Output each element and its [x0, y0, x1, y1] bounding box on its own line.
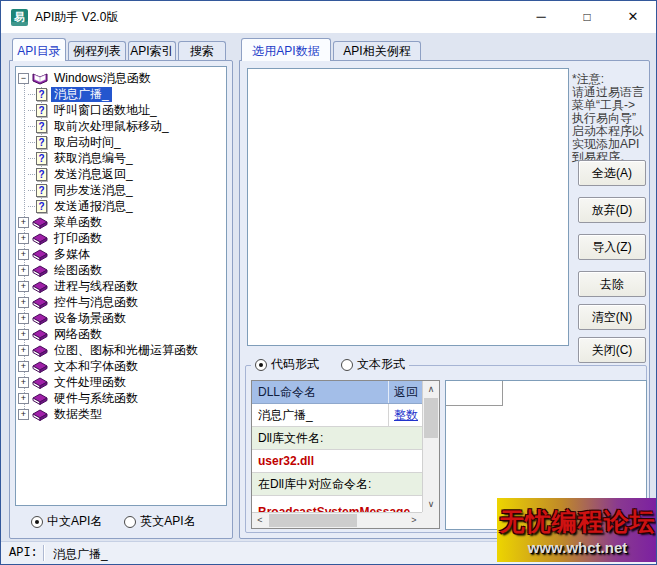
- tree-item[interactable]: + 多媒体: [16, 246, 226, 262]
- radio-text-format[interactable]: 文本形式: [341, 356, 405, 373]
- expand-icon[interactable]: +: [18, 393, 29, 404]
- tree-item[interactable]: ? 取启动时间_: [16, 134, 226, 150]
- col-dll-command-name: DLL命令名: [252, 381, 389, 403]
- question-icon: ?: [36, 104, 47, 117]
- watermark-title: 无忧编程论坛: [500, 505, 656, 538]
- radio-dot-icon: [255, 359, 267, 371]
- tree-item[interactable]: + 硬件与系统函数: [16, 390, 226, 406]
- tree-item[interactable]: + 文本和字体函数: [16, 358, 226, 374]
- scroll-right-icon[interactable]: >: [406, 513, 422, 528]
- expand-icon[interactable]: +: [18, 345, 29, 356]
- discard-button[interactable]: 放弃(D): [578, 197, 646, 223]
- api-tree[interactable]: − Windows消息函数 ? 消息广播_ ? 呼叫窗口函数地址_ ? 取前次处…: [15, 66, 227, 506]
- closed-book-icon: [32, 263, 48, 277]
- close-button[interactable]: ✕: [610, 1, 656, 33]
- radio-english-api-name[interactable]: 英文API名: [124, 513, 195, 530]
- tab-search[interactable]: 搜索: [178, 41, 226, 60]
- tree-item[interactable]: ? 呼叫窗口函数地址_: [16, 102, 226, 118]
- tree-item-label: 位图、图标和光栅运算函数: [51, 343, 201, 358]
- tree-item-label: 获取消息编号_: [51, 151, 136, 166]
- table-row-command[interactable]: 消息广播_ 整数: [252, 404, 422, 427]
- maximize-button[interactable]: □: [564, 1, 610, 33]
- expand-icon[interactable]: +: [18, 217, 29, 228]
- dll-file-label: Dll库文件名:: [252, 430, 323, 447]
- minimize-button[interactable]: ─: [518, 1, 564, 33]
- expand-icon[interactable]: +: [18, 313, 29, 324]
- tree-item-label: 发送通报消息_: [51, 199, 136, 214]
- tree-item-windows-message[interactable]: − Windows消息函数: [16, 70, 226, 86]
- notice-text: *注意: 请通过易语言 菜单“工具-> 执行易向导” 启动本程序以 实现添加AP…: [572, 73, 650, 164]
- vertical-scroll-thumb[interactable]: [424, 398, 438, 438]
- expand-icon[interactable]: +: [18, 361, 29, 372]
- tab-selected-api-data[interactable]: 选用API数据: [241, 38, 331, 61]
- tree-item[interactable]: ? 发送消息返回_: [16, 166, 226, 182]
- radio-dot-icon: [341, 359, 353, 371]
- tree-item[interactable]: + 网络函数: [16, 326, 226, 342]
- tab-example-list[interactable]: 例程列表: [68, 41, 126, 60]
- scroll-up-icon[interactable]: ∧: [423, 381, 439, 397]
- selected-api-listbox[interactable]: [247, 68, 569, 346]
- api-detail-grid: DLL命令名 返回 消息广播_ 整数 Dll库文件名: user32.dll 在…: [252, 381, 422, 512]
- tree-item-label: 进程与线程函数: [51, 279, 141, 294]
- scroll-left-icon[interactable]: <: [252, 513, 268, 528]
- tree-item[interactable]: ? 获取消息编号_: [16, 150, 226, 166]
- table-header-row: DLL命令名 返回: [252, 381, 422, 404]
- tree-item[interactable]: + 进程与线程函数: [16, 278, 226, 294]
- status-separator: [43, 545, 44, 561]
- closed-book-icon: [32, 359, 48, 373]
- expand-icon[interactable]: +: [18, 329, 29, 340]
- vertical-scrollbar[interactable]: ∧ ∨: [422, 381, 439, 512]
- tree-item[interactable]: ? 发送通报消息_: [16, 198, 226, 214]
- table-row-apiname-value[interactable]: BroadcastSystemMessage: [252, 496, 422, 512]
- api-name-value: BroadcastSystemMessage: [252, 496, 410, 512]
- horizontal-scrollbar[interactable]: < >: [252, 512, 422, 528]
- table-row-dll-value[interactable]: user32.dll: [252, 450, 422, 473]
- tab-api-related-examples[interactable]: API相关例程: [333, 41, 421, 60]
- select-all-button[interactable]: 全选(A): [578, 160, 646, 186]
- scroll-down-icon[interactable]: ∨: [423, 496, 439, 512]
- tree-item-label: 菜单函数: [51, 215, 105, 230]
- tree-item[interactable]: + 文件处理函数: [16, 374, 226, 390]
- tree-item[interactable]: ? 同步发送消息_: [16, 182, 226, 198]
- clear-button[interactable]: 清空(N): [578, 304, 646, 330]
- expand-icon[interactable]: +: [18, 377, 29, 388]
- expand-icon[interactable]: +: [18, 233, 29, 244]
- closed-book-icon: [32, 407, 48, 421]
- return-type-cell[interactable]: 整数: [389, 404, 422, 426]
- radio-code-format[interactable]: 代码形式: [255, 356, 319, 373]
- question-icon: ?: [36, 120, 47, 133]
- expand-icon[interactable]: +: [18, 265, 29, 276]
- expand-icon[interactable]: +: [18, 297, 29, 308]
- remove-button[interactable]: 去除: [578, 271, 646, 297]
- tree-item[interactable]: + 菜单函数: [16, 214, 226, 230]
- expand-icon[interactable]: +: [18, 281, 29, 292]
- scrollbar-corner: [422, 512, 439, 528]
- tree-item-label: 多媒体: [51, 247, 93, 262]
- collapse-icon[interactable]: −: [18, 73, 29, 84]
- tree-item[interactable]: + 数据类型: [16, 406, 226, 422]
- tab-api-catalog[interactable]: API目录: [12, 38, 66, 61]
- closed-book-icon: [32, 327, 48, 341]
- tree-item[interactable]: + 控件与消息函数: [16, 294, 226, 310]
- tree-item[interactable]: + 打印函数: [16, 230, 226, 246]
- api-detail-table: DLL命令名 返回 消息广播_ 整数 Dll库文件名: user32.dll 在…: [251, 380, 440, 529]
- close-dialog-button[interactable]: 关闭(C): [578, 337, 646, 363]
- tree-item[interactable]: + 设备场景函数: [16, 310, 226, 326]
- command-name-cell: 消息广播_: [252, 404, 389, 426]
- tree-item[interactable]: + 绘图函数: [16, 262, 226, 278]
- closed-book-icon: [32, 311, 48, 325]
- tree-item-label: 设备场景函数: [51, 311, 129, 326]
- import-button[interactable]: 导入(Z): [578, 234, 646, 260]
- tree-item[interactable]: + 位图、图标和光栅运算函数: [16, 342, 226, 358]
- tree-item-label: 数据类型: [51, 407, 105, 422]
- expand-icon[interactable]: +: [18, 249, 29, 260]
- radio-label: 代码形式: [271, 356, 319, 373]
- radio-chinese-api-name[interactable]: 中文API名: [31, 513, 102, 530]
- horizontal-scroll-thumb[interactable]: [269, 514, 357, 527]
- expand-icon[interactable]: +: [18, 409, 29, 420]
- tree-item[interactable]: ? 消息广播_: [16, 86, 226, 102]
- open-book-icon: [32, 71, 48, 85]
- question-icon: ?: [36, 168, 47, 181]
- tree-item[interactable]: ? 取前次处理鼠标移动_: [16, 118, 226, 134]
- tab-api-index[interactable]: API索引: [128, 41, 176, 60]
